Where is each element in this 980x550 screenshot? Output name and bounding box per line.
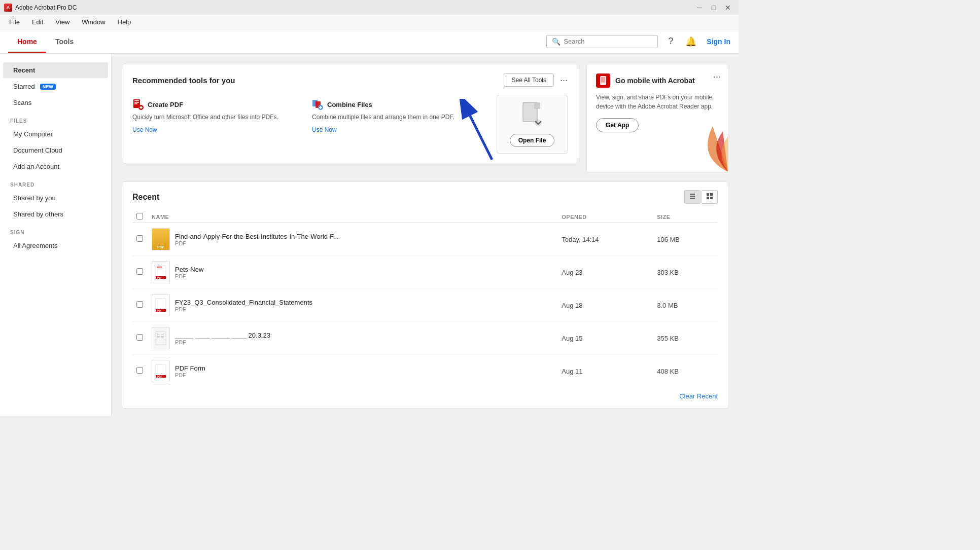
content-area: Recommended tools for you See All Tools … [112, 54, 739, 416]
help-button[interactable]: ? [666, 35, 675, 48]
file-size: 355 KB [653, 322, 718, 355]
svg-rect-23 [707, 197, 709, 199]
file-type: PDF [175, 240, 339, 246]
combine-files-use-now[interactable]: Use Now [312, 126, 337, 133]
file-size: 3.0 MB [653, 289, 718, 322]
sidebar-item-add-account[interactable]: Add an Account [3, 159, 108, 174]
file-name-cell: _____ ____ _____ ____ 20.3.23 PDF [148, 322, 557, 355]
svg-rect-21 [707, 193, 709, 196]
sidebar-item-shared-by-you[interactable]: Shared by you [3, 190, 108, 206]
notifications-button[interactable]: 🔔 [683, 35, 698, 48]
row-checkbox[interactable] [136, 235, 143, 242]
sidebar-item-scans[interactable]: Scans [3, 95, 108, 111]
recent-header: Recent [132, 190, 718, 204]
file-name-cell: PDF FY23_Q3_Consolidated_Financial_State… [148, 289, 557, 322]
file-thumbnail [152, 327, 170, 349]
title-bar: A Adobe Acrobat Pro DC ─ □ ✕ [0, 0, 739, 15]
sidebar-item-label: My Computer [13, 130, 53, 138]
svg-rect-26 [157, 267, 162, 268]
minimize-button[interactable]: ─ [693, 3, 706, 13]
header-checkbox-cell [132, 211, 148, 223]
menu-view[interactable]: View [50, 17, 75, 27]
svg-point-14 [535, 119, 542, 126]
file-thumbnail: PDF [152, 261, 170, 283]
file-opened: Aug 11 [557, 355, 653, 388]
row-checkbox-cell [132, 256, 148, 289]
row-checkbox[interactable] [136, 367, 143, 374]
file-name: FY23_Q3_Consolidated_Financial_Statement… [175, 299, 312, 306]
svg-text:PDF: PDF [157, 375, 162, 378]
sidebar-item-label: Shared by you [13, 194, 56, 202]
open-file-button[interactable]: Open File [510, 134, 555, 147]
sidebar-item-recent[interactable]: Recent [3, 62, 108, 78]
file-table-header: NAME OPENED SIZE [132, 211, 718, 223]
go-mobile-desc: View, sign, and share PDFs on your mobil… [596, 93, 719, 111]
svg-rect-38 [161, 336, 164, 337]
grid-view-button[interactable] [702, 190, 718, 204]
sidebar-item-starred[interactable]: Starred NEW [3, 79, 108, 94]
svg-rect-20 [690, 198, 695, 199]
maximize-button[interactable]: □ [707, 3, 720, 13]
file-name-cell: PDF Pets-New PDF [148, 256, 557, 289]
svg-rect-22 [710, 193, 713, 196]
header-name: NAME [148, 211, 557, 223]
file-opened: Aug 18 [557, 289, 653, 322]
sidebar-item-my-computer[interactable]: My Computer [3, 126, 108, 142]
list-view-button[interactable] [684, 190, 701, 204]
create-pdf-label: Create PDF [148, 101, 183, 108]
tab-tools[interactable]: Tools [46, 30, 83, 53]
svg-point-17 [603, 83, 604, 84]
create-pdf-use-now[interactable]: Use Now [132, 126, 157, 133]
svg-text:PDF: PDF [157, 276, 162, 279]
open-file-box[interactable]: Open File [497, 95, 568, 154]
search-box[interactable]: 🔍 [546, 35, 658, 48]
clear-recent-link[interactable]: Clear Recent [132, 387, 718, 400]
row-checkbox-cell [132, 355, 148, 388]
close-button[interactable]: ✕ [721, 3, 734, 13]
acrobat-app-icon: A [4, 4, 12, 12]
more-options-button[interactable]: ··· [560, 75, 568, 86]
get-app-button[interactable]: Get App [596, 118, 639, 132]
go-mobile-more-button[interactable]: ··· [713, 71, 721, 82]
svg-rect-3 [134, 103, 137, 104]
file-thumbnail: PDF [152, 360, 170, 382]
table-row[interactable]: PDF FY23_Q3_Consolidated_Financial_State… [132, 289, 718, 322]
rec-header: Recommended tools for you See All Tools … [132, 74, 568, 87]
file-size: 106 MB [653, 223, 718, 256]
create-pdf-desc: Quickly turn Microsoft Office and other … [132, 113, 304, 122]
tab-home[interactable]: Home [8, 30, 46, 53]
combine-files-icon [312, 99, 323, 110]
nav-right: 🔍 ? 🔔 Sign In [546, 35, 730, 48]
sidebar-item-all-agreements[interactable]: All Agreements [3, 238, 108, 253]
sidebar-item-label: Document Cloud [13, 146, 62, 154]
svg-rect-19 [690, 196, 695, 197]
sidebar-item-label: Add an Account [13, 163, 59, 170]
table-row[interactable]: PDF PDF Form PDF Aug 11 408 KB [132, 355, 718, 388]
row-checkbox-cell [132, 223, 148, 256]
menu-help[interactable]: Help [113, 17, 136, 27]
nav-tabs: Home Tools [8, 30, 83, 53]
app-title: Adobe Acrobat Pro DC [15, 4, 77, 11]
row-checkbox[interactable] [136, 301, 143, 308]
sign-in-button[interactable]: Sign In [707, 38, 730, 46]
rec-main: Recommended tools for you See All Tools … [132, 74, 568, 154]
row-checkbox[interactable] [136, 268, 143, 275]
svg-rect-16 [601, 77, 605, 83]
menu-window[interactable]: Window [77, 17, 110, 27]
sidebar-item-label: Scans [13, 99, 31, 106]
title-bar-controls: ─ □ ✕ [693, 3, 734, 13]
row-checkbox[interactable] [136, 334, 143, 341]
go-mobile-title: Go mobile with Acrobat [615, 77, 695, 85]
header-size: SIZE [653, 211, 718, 223]
file-type: PDF [175, 306, 312, 312]
select-all-checkbox[interactable] [136, 213, 143, 219]
search-input[interactable] [564, 38, 652, 45]
menu-file[interactable]: File [4, 17, 25, 27]
sidebar-item-document-cloud[interactable]: Document Cloud [3, 142, 108, 158]
see-all-tools-button[interactable]: See All Tools [504, 74, 554, 87]
table-row[interactable]: PDF Find-and-Apply-For-the-Best-Institut… [132, 223, 718, 256]
table-row[interactable]: PDF Pets-New PDF Aug 23 303 KB [132, 256, 718, 289]
table-row[interactable]: _____ ____ _____ ____ 20.3.23 PDF Aug 15… [132, 322, 718, 355]
menu-edit[interactable]: Edit [27, 17, 48, 27]
sidebar-item-shared-by-others[interactable]: Shared by others [3, 206, 108, 222]
